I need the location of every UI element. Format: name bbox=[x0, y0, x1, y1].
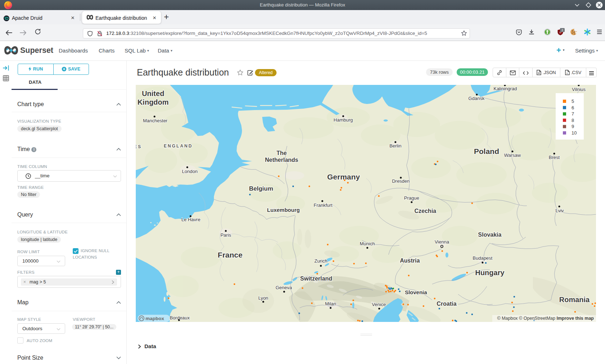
svg-text:ENGLAND: ENGLAND bbox=[164, 144, 193, 149]
svg-text:Hamburg: Hamburg bbox=[333, 117, 353, 123]
svg-text:Manchester: Manchester bbox=[143, 118, 168, 123]
svg-text:Lyon: Lyon bbox=[258, 295, 268, 301]
svg-text:mapbox: mapbox bbox=[145, 316, 164, 321]
svg-text:Budapest: Budapest bbox=[473, 255, 493, 261]
svg-text:Hungary: Hungary bbox=[475, 269, 505, 277]
svg-text:Frankfurt: Frankfurt bbox=[314, 203, 332, 208]
svg-text:Geneva: Geneva bbox=[275, 285, 292, 290]
svg-text:Vilnius: Vilnius bbox=[572, 87, 586, 92]
svg-text:2: 2 bbox=[561, 28, 563, 32]
svg-text:Lviv: Lviv bbox=[555, 208, 564, 213]
svg-text:Poland: Poland bbox=[474, 147, 499, 155]
svg-text:Zurich: Zurich bbox=[314, 258, 327, 264]
svg-text:Berlin: Berlin bbox=[389, 143, 401, 149]
svg-text:© Mapbox © OpenStreetMap Impro: © Mapbox © OpenStreetMap Improve this ma… bbox=[497, 316, 594, 321]
svg-text:Austria: Austria bbox=[400, 258, 420, 264]
svg-text:Switzerland: Switzerland bbox=[300, 276, 332, 282]
svg-text:Kaliningrad: Kaliningrad bbox=[493, 86, 517, 91]
svg-text:Brest: Brest bbox=[549, 155, 560, 160]
svg-text:Czechia: Czechia bbox=[414, 208, 436, 214]
svg-text:Dresden: Dresden bbox=[392, 178, 409, 184]
svg-text:Germany: Germany bbox=[327, 173, 360, 181]
svg-text:Kingdom: Kingdom bbox=[138, 98, 169, 106]
svg-text:Netherlands: Netherlands bbox=[265, 157, 299, 163]
svg-text:Vienna: Vienna bbox=[435, 239, 449, 245]
svg-text:Slovakia: Slovakia bbox=[478, 232, 502, 238]
svg-text:Gdansk: Gdansk bbox=[469, 96, 485, 101]
svg-text:London: London bbox=[182, 169, 197, 174]
svg-text:France: France bbox=[218, 251, 243, 259]
svg-text:7: 7 bbox=[572, 111, 574, 117]
svg-text:Belgium: Belgium bbox=[249, 185, 273, 192]
svg-text:Croatia: Croatia bbox=[436, 301, 456, 307]
svg-text:6: 6 bbox=[572, 105, 574, 110]
svg-text:Munich: Munich bbox=[360, 241, 375, 246]
svg-text:9: 9 bbox=[572, 124, 574, 129]
svg-text:8: 8 bbox=[572, 118, 574, 123]
svg-text:Milan: Milan bbox=[325, 301, 336, 306]
svg-text:Warsaw: Warsaw bbox=[504, 153, 521, 158]
svg-text:x: x bbox=[566, 72, 568, 74]
svg-text:The: The bbox=[277, 150, 287, 156]
svg-text:United: United bbox=[142, 90, 164, 97]
svg-text:10: 10 bbox=[572, 130, 577, 136]
svg-text:ES: ES bbox=[136, 144, 142, 149]
svg-text:Venice: Venice bbox=[372, 302, 386, 307]
svg-text:Paris: Paris bbox=[220, 232, 231, 238]
svg-text:Luxembourg: Luxembourg bbox=[267, 207, 300, 213]
svg-text:Le Havre: Le Havre bbox=[182, 217, 201, 222]
svg-text:Bordeaux: Bordeaux bbox=[170, 315, 190, 320]
svg-text:Romania: Romania bbox=[559, 296, 590, 304]
svg-text:Slovenia: Slovenia bbox=[405, 289, 427, 295]
svg-text:5: 5 bbox=[572, 99, 574, 104]
svg-text:Prague: Prague bbox=[404, 195, 419, 201]
